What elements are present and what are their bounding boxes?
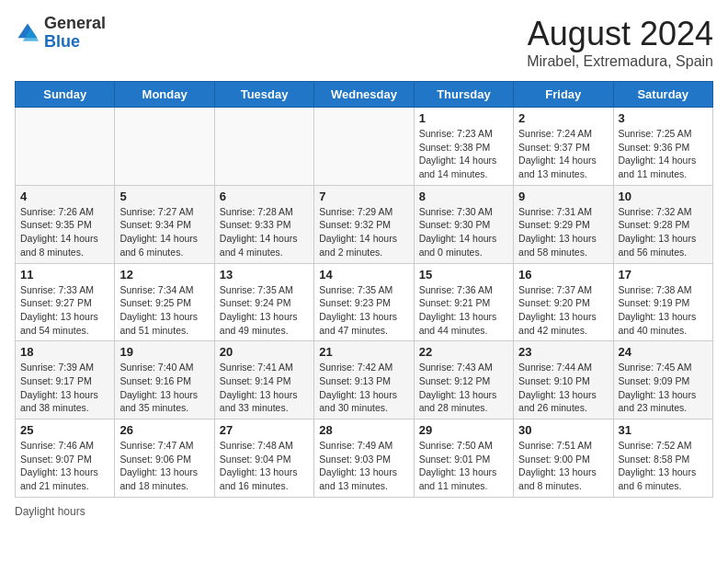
day-number: 20 — [220, 345, 309, 359]
calendar-cell: 11Sunrise: 7:33 AM Sunset: 9:27 PM Dayli… — [16, 263, 115, 341]
day-number: 31 — [619, 423, 708, 437]
calendar-cell: 31Sunrise: 7:52 AM Sunset: 8:58 PM Dayli… — [613, 419, 712, 498]
daylight-label: Daylight hours — [15, 505, 85, 518]
calendar-cell: 24Sunrise: 7:45 AM Sunset: 9:09 PM Dayli… — [613, 341, 712, 419]
day-number: 9 — [518, 190, 608, 203]
calendar-cell: 8Sunrise: 7:30 AM Sunset: 9:30 PM Daylig… — [414, 185, 513, 263]
day-number: 23 — [518, 345, 608, 359]
calendar-cell — [314, 108, 414, 186]
day-info: Sunrise: 7:33 AM Sunset: 9:27 PM Dayligh… — [20, 283, 109, 338]
calendar-cell: 5Sunrise: 7:27 AM Sunset: 9:34 PM Daylig… — [115, 185, 214, 263]
day-info: Sunrise: 7:41 AM Sunset: 9:14 PM Dayligh… — [220, 361, 309, 415]
day-number: 5 — [119, 190, 209, 203]
calendar-cell: 17Sunrise: 7:38 AM Sunset: 9:19 PM Dayli… — [613, 263, 712, 341]
day-info: Sunrise: 7:44 AM Sunset: 9:10 PM Dayligh… — [518, 361, 608, 415]
day-number: 18 — [20, 345, 109, 359]
calendar-cell: 22Sunrise: 7:43 AM Sunset: 9:12 PM Dayli… — [414, 341, 513, 419]
day-info: Sunrise: 7:35 AM Sunset: 9:24 PM Dayligh… — [220, 283, 309, 338]
day-number: 16 — [518, 268, 608, 282]
title-block: August 2024 Mirabel, Extremadura, Spain — [527, 15, 713, 70]
day-number: 14 — [319, 268, 408, 282]
day-of-week-header: Friday — [514, 82, 613, 108]
calendar-cell: 30Sunrise: 7:51 AM Sunset: 9:00 PM Dayli… — [514, 419, 613, 498]
day-info: Sunrise: 7:27 AM Sunset: 9:34 PM Dayligh… — [119, 205, 209, 259]
calendar-cell: 29Sunrise: 7:50 AM Sunset: 9:01 PM Dayli… — [414, 419, 513, 498]
day-info: Sunrise: 7:36 AM Sunset: 9:21 PM Dayligh… — [419, 283, 508, 338]
logo-blue: Blue — [44, 32, 80, 51]
calendar-header: SundayMondayTuesdayWednesdayThursdayFrid… — [16, 82, 713, 108]
day-info: Sunrise: 7:38 AM Sunset: 9:19 PM Dayligh… — [619, 283, 708, 338]
logo: General Blue — [15, 15, 106, 52]
day-of-week-header: Thursday — [414, 82, 513, 108]
day-of-week-header: Wednesday — [314, 82, 414, 108]
logo-icon — [15, 20, 40, 46]
day-info: Sunrise: 7:25 AM Sunset: 9:36 PM Dayligh… — [619, 127, 708, 181]
calendar-cell: 10Sunrise: 7:32 AM Sunset: 9:28 PM Dayli… — [613, 185, 712, 263]
day-number: 28 — [319, 423, 408, 437]
day-number: 3 — [619, 111, 708, 125]
day-number: 4 — [20, 190, 109, 203]
calendar-cell: 21Sunrise: 7:42 AM Sunset: 9:13 PM Dayli… — [314, 341, 414, 419]
day-number: 1 — [419, 111, 508, 125]
day-info: Sunrise: 7:49 AM Sunset: 9:03 PM Dayligh… — [319, 439, 408, 493]
calendar-week-row: 1Sunrise: 7:23 AM Sunset: 9:38 PM Daylig… — [16, 108, 713, 186]
day-info: Sunrise: 7:31 AM Sunset: 9:29 PM Dayligh… — [518, 205, 608, 259]
day-info: Sunrise: 7:42 AM Sunset: 9:13 PM Dayligh… — [319, 361, 408, 415]
day-number: 26 — [119, 423, 209, 437]
calendar-cell: 26Sunrise: 7:47 AM Sunset: 9:06 PM Dayli… — [115, 419, 214, 498]
footer: Daylight hours — [15, 505, 713, 518]
day-info: Sunrise: 7:40 AM Sunset: 9:16 PM Dayligh… — [119, 361, 209, 415]
day-number: 8 — [419, 190, 508, 203]
day-info: Sunrise: 7:43 AM Sunset: 9:12 PM Dayligh… — [419, 361, 508, 415]
day-number: 24 — [619, 345, 708, 359]
day-number: 21 — [319, 345, 408, 359]
calendar-cell: 2Sunrise: 7:24 AM Sunset: 9:37 PM Daylig… — [514, 108, 613, 186]
day-number: 13 — [220, 268, 309, 282]
day-number: 30 — [518, 423, 608, 437]
day-number: 12 — [119, 268, 209, 282]
day-info: Sunrise: 7:26 AM Sunset: 9:35 PM Dayligh… — [20, 205, 109, 259]
calendar-cell: 19Sunrise: 7:40 AM Sunset: 9:16 PM Dayli… — [115, 341, 214, 419]
calendar-cell: 25Sunrise: 7:46 AM Sunset: 9:07 PM Dayli… — [16, 419, 115, 498]
day-number: 11 — [20, 268, 109, 282]
calendar-body: 1Sunrise: 7:23 AM Sunset: 9:38 PM Daylig… — [16, 108, 713, 498]
day-info: Sunrise: 7:46 AM Sunset: 9:07 PM Dayligh… — [20, 439, 109, 493]
calendar-cell: 12Sunrise: 7:34 AM Sunset: 9:25 PM Dayli… — [115, 263, 214, 341]
calendar-cell: 3Sunrise: 7:25 AM Sunset: 9:36 PM Daylig… — [613, 108, 712, 186]
day-number: 6 — [220, 190, 309, 203]
calendar-cell: 13Sunrise: 7:35 AM Sunset: 9:24 PM Dayli… — [214, 263, 313, 341]
logo-general: General — [44, 14, 106, 32]
logo-text: General Blue — [44, 15, 106, 52]
calendar-cell: 23Sunrise: 7:44 AM Sunset: 9:10 PM Dayli… — [514, 341, 613, 419]
day-info: Sunrise: 7:37 AM Sunset: 9:20 PM Dayligh… — [518, 283, 608, 338]
calendar-cell: 16Sunrise: 7:37 AM Sunset: 9:20 PM Dayli… — [514, 263, 613, 341]
calendar-cell: 9Sunrise: 7:31 AM Sunset: 9:29 PM Daylig… — [514, 185, 613, 263]
calendar-cell: 4Sunrise: 7:26 AM Sunset: 9:35 PM Daylig… — [16, 185, 115, 263]
days-of-week-row: SundayMondayTuesdayWednesdayThursdayFrid… — [16, 82, 713, 108]
location: Mirabel, Extremadura, Spain — [527, 53, 713, 70]
day-info: Sunrise: 7:50 AM Sunset: 9:01 PM Dayligh… — [419, 439, 508, 493]
day-info: Sunrise: 7:30 AM Sunset: 9:30 PM Dayligh… — [419, 205, 508, 259]
calendar-cell: 14Sunrise: 7:35 AM Sunset: 9:23 PM Dayli… — [314, 263, 414, 341]
calendar-cell: 7Sunrise: 7:29 AM Sunset: 9:32 PM Daylig… — [314, 185, 414, 263]
day-info: Sunrise: 7:29 AM Sunset: 9:32 PM Dayligh… — [319, 205, 408, 259]
day-info: Sunrise: 7:51 AM Sunset: 9:00 PM Dayligh… — [518, 439, 608, 493]
day-info: Sunrise: 7:24 AM Sunset: 9:37 PM Dayligh… — [518, 127, 608, 181]
day-info: Sunrise: 7:35 AM Sunset: 9:23 PM Dayligh… — [319, 283, 408, 338]
calendar-cell — [115, 108, 214, 186]
calendar-cell: 15Sunrise: 7:36 AM Sunset: 9:21 PM Dayli… — [414, 263, 513, 341]
calendar-cell: 28Sunrise: 7:49 AM Sunset: 9:03 PM Dayli… — [314, 419, 414, 498]
day-number: 10 — [619, 190, 708, 203]
day-info: Sunrise: 7:23 AM Sunset: 9:38 PM Dayligh… — [419, 127, 508, 181]
day-number: 22 — [419, 345, 508, 359]
day-of-week-header: Sunday — [16, 82, 115, 108]
day-number: 25 — [20, 423, 109, 437]
day-number: 17 — [619, 268, 708, 282]
calendar-week-row: 11Sunrise: 7:33 AM Sunset: 9:27 PM Dayli… — [16, 263, 713, 341]
calendar-cell: 20Sunrise: 7:41 AM Sunset: 9:14 PM Dayli… — [214, 341, 313, 419]
calendar-table: SundayMondayTuesdayWednesdayThursdayFrid… — [15, 81, 713, 498]
day-number: 2 — [518, 111, 608, 125]
day-info: Sunrise: 7:39 AM Sunset: 9:17 PM Dayligh… — [20, 361, 109, 415]
page-header: General Blue August 2024 Mirabel, Extrem… — [15, 15, 713, 70]
calendar-week-row: 4Sunrise: 7:26 AM Sunset: 9:35 PM Daylig… — [16, 185, 713, 263]
